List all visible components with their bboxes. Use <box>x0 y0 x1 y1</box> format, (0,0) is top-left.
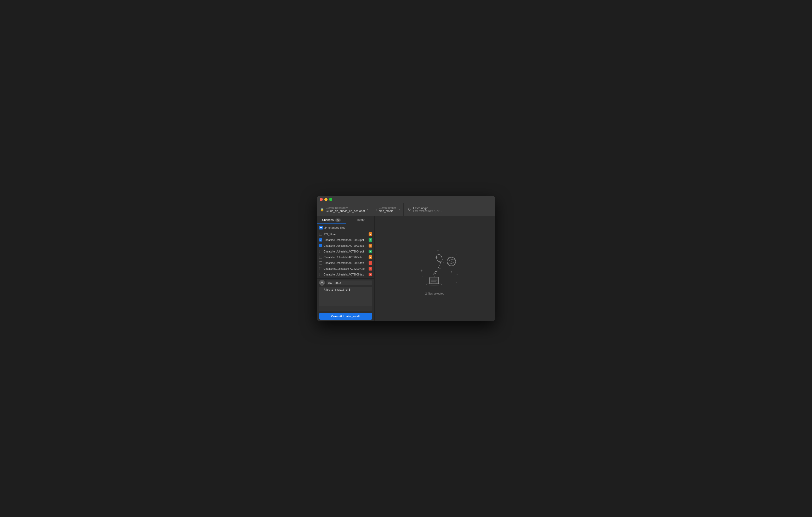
files-count-label: 24 changed files <box>324 226 345 229</box>
svg-text:✦: ✦ <box>420 269 423 273</box>
files-selected-label: 2 files selected <box>425 292 444 295</box>
tab-history[interactable]: History <box>346 216 375 224</box>
file-checkbox[interactable] <box>319 262 322 265</box>
sidebar: Changes 24 History 24 changed files .DS_… <box>317 216 375 321</box>
file-checkbox[interactable] <box>319 244 322 247</box>
illustration-svg: ○ ○ ○ ■ ✦ ✦ ✧ ✦ ✧ × + + <box>409 242 461 290</box>
svg-text:✧: ✧ <box>443 262 444 264</box>
avatar <box>319 280 325 286</box>
file-item-act2003-pdf[interactable]: Cheatshe.../cheatsht-ACT2003.pdf + <box>317 237 374 243</box>
file-status-badge: M <box>369 232 372 236</box>
file-name: Cheatshe.../cheatsht-ACT2004.pdf <box>324 250 367 253</box>
branch-chevron-icon: ▼ <box>398 208 401 211</box>
file-checkbox[interactable] <box>319 255 322 259</box>
tab-changes-label: Changes <box>322 218 334 221</box>
branch-name: alec_modif <box>379 209 397 213</box>
file-status-badge: M <box>369 255 372 259</box>
commit-area: - Ajouts chapitre 5 ＋ Commit to alec_mod… <box>317 278 374 321</box>
maximize-button[interactable] <box>329 198 332 201</box>
branch-icon: ⑂ <box>375 208 377 211</box>
fetch-sublabel: Last fetched Nov 2, 2019 <box>413 210 442 213</box>
traffic-lights <box>320 198 332 201</box>
commit-description-area: - Ajouts chapitre 5 ＋ <box>319 287 372 311</box>
file-name: Cheatshe.../cheatsht-ACT2004.tex <box>324 256 367 259</box>
commit-button[interactable]: Commit to alec_modif <box>319 313 372 320</box>
svg-text:○: ○ <box>456 253 457 255</box>
repo-selector[interactable]: 🔒 Current Repository Guide_de_survie_en_… <box>317 203 372 216</box>
svg-text:✧: ✧ <box>456 273 458 276</box>
file-item-act2008-tex[interactable]: Cheatshe.../cheatsht-ACT2008.tex − <box>317 272 374 277</box>
file-item-act2004-tex[interactable]: Cheatshe.../cheatsht-ACT2004.tex M <box>317 254 374 260</box>
svg-text:■: ■ <box>422 275 423 277</box>
commit-title-input[interactable] <box>326 280 372 285</box>
tab-changes-badge: 24 <box>336 218 341 222</box>
svg-text:✦: ✦ <box>450 270 453 273</box>
file-status-badge: + <box>369 250 372 253</box>
svg-rect-20 <box>430 277 439 284</box>
commit-footer: ＋ <box>319 306 372 311</box>
file-name: Cheatshee.../cheatsht-ACT2007.tex <box>324 267 367 270</box>
content-area: ○ ○ ○ ■ ✦ ✦ ✧ ✦ ✧ × + + <box>375 216 495 321</box>
repo-name: Guide_de_survie_en_actuariat <box>326 209 365 213</box>
file-name: Cheatshe.../cheatsht-ACT2005.tex <box>324 262 367 265</box>
file-checkbox[interactable] <box>319 250 322 253</box>
file-checkbox[interactable] <box>319 267 322 270</box>
fetch-label: Fetch origin <box>413 207 442 210</box>
branch-selector[interactable]: ⑂ Current Branch alec_modif ▼ <box>372 203 404 216</box>
file-name: .DS_Store <box>324 233 367 236</box>
file-status-badge: − <box>369 273 372 276</box>
file-item-act2003-tex[interactable]: Cheatshe.../cheatsht-ACT2003.tex M <box>317 243 374 249</box>
file-item-act2007-tex[interactable]: Cheatshee.../cheatsht-ACT2007.tex − <box>317 266 374 272</box>
lock-icon: 🔒 <box>320 208 324 211</box>
file-name: Cheatshe.../cheatsht-ACT2003.pdf <box>324 239 367 242</box>
file-checkbox[interactable] <box>319 273 322 276</box>
add-coauthor-button[interactable]: ＋ <box>321 307 323 310</box>
file-status-badge: − <box>369 261 372 265</box>
file-name: Cheatshe.../cheatsht-ACT2003.tex <box>324 244 367 247</box>
repo-chevron-icon: ▼ <box>367 208 369 211</box>
minimize-button[interactable] <box>324 198 327 201</box>
empty-state-illustration: ○ ○ ○ ■ ✦ ✦ ✧ ✦ ✧ × + + <box>409 242 461 295</box>
branch-label: Current Branch <box>379 207 397 209</box>
svg-text:+: + <box>456 281 457 284</box>
titlebar <box>317 196 495 203</box>
commit-branch-label: alec_modif <box>346 315 360 318</box>
uncheck-all-button[interactable] <box>319 226 323 230</box>
refresh-icon: ↻ <box>408 208 411 212</box>
commit-message-row <box>317 279 374 287</box>
svg-line-19 <box>433 264 440 278</box>
file-status-badge: + <box>369 238 372 242</box>
file-item-act2005-tex[interactable]: Cheatshe.../cheatsht-ACT2005.tex − <box>317 260 374 266</box>
toolbar: 🔒 Current Repository Guide_de_survie_en_… <box>317 203 495 216</box>
file-item-act2004-pdf[interactable]: Cheatshe.../cheatsht-ACT2004.pdf + <box>317 249 374 254</box>
commit-description-textarea[interactable]: - Ajouts chapitre 5 <box>319 287 372 305</box>
close-button[interactable] <box>320 198 323 201</box>
main-layout: Changes 24 History 24 changed files .DS_… <box>317 216 495 321</box>
tab-changes[interactable]: Changes 24 <box>317 216 346 224</box>
svg-text:+: + <box>439 267 440 270</box>
svg-text:○: ○ <box>437 249 439 252</box>
svg-text:○: ○ <box>432 268 433 270</box>
file-checkbox[interactable] <box>319 238 322 242</box>
file-item-ds-store[interactable]: .DS_Store M <box>317 231 374 237</box>
file-name: Cheatshe.../cheatsht-ACT2008.tex <box>324 273 367 276</box>
file-list: .DS_Store M Cheatshe.../cheatsht-ACT2003… <box>317 231 374 278</box>
tab-history-label: History <box>355 218 365 221</box>
svg-line-18 <box>448 259 455 264</box>
file-status-badge: − <box>369 267 372 271</box>
app-window: 🔒 Current Repository Guide_de_survie_en_… <box>317 196 495 321</box>
file-checkbox[interactable] <box>319 233 322 236</box>
files-header: 24 changed files <box>317 224 374 231</box>
fetch-section[interactable]: ↻ Fetch origin Last fetched Nov 2, 2019 <box>404 203 495 216</box>
tabs: Changes 24 History <box>317 216 374 224</box>
repo-label: Current Repository <box>326 207 365 209</box>
file-status-badge: M <box>369 244 372 247</box>
